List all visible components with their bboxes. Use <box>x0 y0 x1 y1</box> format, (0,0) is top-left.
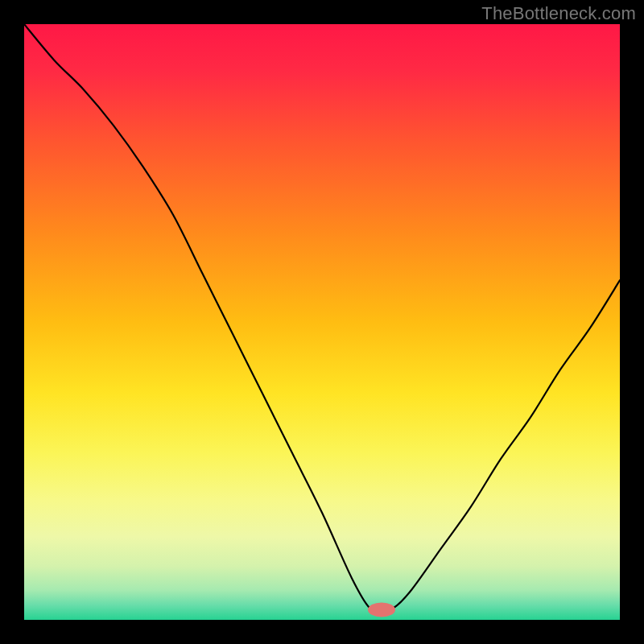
plot-area <box>24 24 620 620</box>
optimal-point-marker <box>368 602 395 617</box>
bottleneck-chart <box>24 24 620 620</box>
gradient-background <box>24 24 620 620</box>
chart-frame: TheBottleneck.com <box>0 0 644 644</box>
watermark-text: TheBottleneck.com <box>481 3 636 24</box>
